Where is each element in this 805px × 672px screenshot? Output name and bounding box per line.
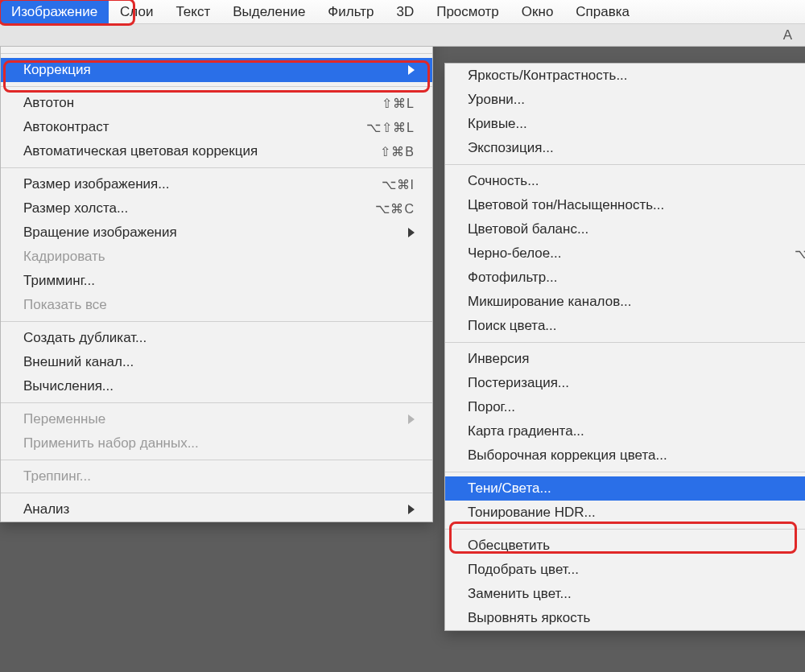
- adjustments-item-11[interactable]: Поиск цвета...: [445, 314, 805, 338]
- menubar-item-6[interactable]: Просмотр: [425, 0, 510, 23]
- adjustments-item-0[interactable]: Яркость/Контрастность...: [445, 64, 805, 88]
- adjustments-item-16[interactable]: Карта градиента...: [445, 419, 805, 443]
- adjustments-item-25[interactable]: Выровнять яркость: [445, 606, 805, 630]
- ruler-marker: A: [783, 27, 792, 43]
- adjustments-item-label: Порог...: [468, 399, 805, 415]
- image-menu-item-19: Переменные: [1, 407, 432, 431]
- image-menu-separator: [1, 167, 432, 168]
- adjustments-item-label: Постеризация...: [468, 375, 805, 391]
- menubar-item-3[interactable]: Выделение: [221, 0, 316, 23]
- adjustments-item-shortcut: ⌥⇧⌘B: [795, 246, 805, 262]
- image-menu-item-label: Треппинг...: [23, 468, 415, 484]
- image-menu-item-5[interactable]: Автоконтраст⌥⇧⌘L: [1, 115, 432, 139]
- image-menu-item-9[interactable]: Размер холста...⌥⌘C: [1, 196, 432, 221]
- adjustments-item-20[interactable]: Тонирование HDR...: [445, 501, 805, 525]
- adjustments-item-label: Карта градиента...: [468, 423, 805, 439]
- menubar-item-4[interactable]: Фильтр: [316, 0, 385, 23]
- adjustments-item-label: Тонирование HDR...: [468, 505, 805, 521]
- adjustments-item-label: Инверсия: [468, 351, 805, 367]
- image-menu-item-label: Переменные: [23, 411, 408, 427]
- image-menu-separator: [1, 460, 432, 460]
- adjustments-item-15[interactable]: Порог...: [445, 395, 805, 419]
- adjustments-item-label: Заменить цвет...: [468, 586, 805, 602]
- adjustments-item-label: Поиск цвета...: [468, 318, 805, 334]
- adjustments-item-14[interactable]: Постеризация...: [445, 371, 805, 395]
- image-menu-item-2[interactable]: Коррекция: [1, 58, 432, 82]
- adjustments-item-8[interactable]: Черно-белое...⌥⇧⌘B: [445, 241, 805, 266]
- image-menu-item-label: Коррекция: [23, 62, 408, 78]
- adjustments-item-label: Фотофильтр...: [468, 270, 805, 286]
- adjustments-item-17[interactable]: Выборочная коррекция цвета...: [445, 443, 805, 468]
- adjustments-item-1[interactable]: Уровни...⌘L: [445, 88, 805, 112]
- adjustments-item-label: Черно-белое...: [468, 245, 795, 262]
- menubar-item-7[interactable]: Окно: [510, 0, 565, 23]
- image-menu-item-shortcut: ⌥⇧⌘L: [366, 120, 415, 135]
- image-menu-item-label: Создать дубликат...: [23, 330, 415, 346]
- image-menu-item-label: Размер холста...: [23, 200, 375, 216]
- image-menu-item-12[interactable]: Тримминг...: [1, 269, 432, 293]
- adjustments-item-9[interactable]: Фотофильтр...: [445, 266, 805, 290]
- menubar-item-2[interactable]: Текст: [164, 0, 221, 23]
- image-menu-item-10[interactable]: Вращение изображения: [1, 221, 432, 245]
- adjustments-item-label: Сочность...: [468, 173, 805, 189]
- adjustments-item-label: Кривые...: [468, 116, 805, 132]
- image-menu-item-20: Применить набор данных...: [1, 431, 432, 456]
- image-menu-separator: [1, 53, 432, 54]
- chevron-right-icon: [408, 65, 415, 75]
- image-menu-item-shortcut: ⌥⌘C: [375, 201, 415, 216]
- menubar-item-5[interactable]: 3D: [385, 0, 425, 23]
- image-menu-separator: [1, 321, 432, 322]
- image-menu-item-11: Кадрировать: [1, 245, 432, 269]
- chevron-right-icon: [408, 414, 415, 424]
- image-menu-item-24[interactable]: Анализ: [1, 497, 432, 522]
- adjustments-item-label: Экспозиция...: [468, 140, 805, 156]
- menubar-item-1[interactable]: Слои: [109, 0, 164, 23]
- image-menu-item-label: Вращение изображения: [23, 225, 408, 241]
- adjustments-item-6[interactable]: Цветовой тон/Насыщенность...⌘U: [445, 193, 805, 217]
- image-menu-item-label: Автоматическая цветовая коррекция: [23, 143, 380, 159]
- adjustments-item-label: Микширование каналов...: [468, 294, 805, 310]
- chevron-right-icon: [408, 228, 415, 237]
- menubar-item-8[interactable]: Справка: [564, 0, 641, 23]
- adjustments-item-label: Цветовой тон/Насыщенность...: [468, 197, 805, 213]
- adjustments-item-22[interactable]: Обесцветить⇧⌘U: [445, 534, 805, 558]
- adjustments-item-10[interactable]: Микширование каналов...: [445, 290, 805, 314]
- adjustments-item-label: Подобрать цвет...: [468, 562, 805, 578]
- image-menu-item-label: Автотон: [23, 95, 382, 111]
- image-menu-item-22: Треппинг...: [1, 464, 432, 489]
- chevron-right-icon: [408, 505, 415, 514]
- adjustments-item-7[interactable]: Цветовой баланс...⌘B: [445, 217, 805, 241]
- image-menu-item-label: Вычисления...: [23, 378, 415, 394]
- image-menu-separator: [1, 86, 432, 87]
- adjustments-item-24[interactable]: Заменить цвет...: [445, 582, 805, 606]
- adjustments-separator: [445, 529, 805, 530]
- adjustments-separator: [445, 472, 805, 472]
- adjustments-item-3[interactable]: Экспозиция...: [445, 136, 805, 160]
- adjustments-item-2[interactable]: Кривые...⌘M: [445, 112, 805, 136]
- image-menu-item-17[interactable]: Вычисления...: [1, 374, 432, 398]
- image-menu-item-shortcut: ⇧⌘B: [380, 144, 415, 159]
- adjustments-item-23[interactable]: Подобрать цвет...: [445, 558, 805, 582]
- adjustments-item-19[interactable]: Тени/Света...: [445, 476, 805, 501]
- image-menu-item-8[interactable]: Размер изображения...⌥⌘I: [1, 172, 432, 196]
- adjustments-item-label: Уровни...: [468, 92, 805, 108]
- image-menu-item-label: Кадрировать: [23, 249, 415, 265]
- image-menu-item-label: Анализ: [23, 501, 408, 517]
- adjustments-item-13[interactable]: Инверсия⌘I: [445, 347, 805, 371]
- image-menu-dropdown: РежимКоррекцияАвтотон⇧⌘LАвтоконтраст⌥⇧⌘L…: [0, 24, 433, 522]
- image-menu-item-4[interactable]: Автотон⇧⌘L: [1, 91, 432, 115]
- image-menu-item-6[interactable]: Автоматическая цветовая коррекция⇧⌘B: [1, 139, 432, 163]
- adjustments-item-label: Тени/Света...: [468, 480, 805, 497]
- image-menu-item-label: Внешний канал...: [23, 354, 415, 370]
- image-menu-item-label: Тримминг...: [23, 273, 415, 289]
- adjustments-item-5[interactable]: Сочность...: [445, 169, 805, 193]
- image-menu-item-15[interactable]: Создать дубликат...: [1, 326, 432, 350]
- adjustments-item-label: Цветовой баланс...: [468, 221, 805, 237]
- adjustments-submenu: Яркость/Контрастность...Уровни...⌘LКривы…: [444, 63, 805, 631]
- image-menu-item-label: Размер изображения...: [23, 176, 382, 192]
- adjustments-separator: [445, 342, 805, 343]
- adjustments-item-label: Обесцветить: [468, 538, 805, 554]
- menubar-item-0[interactable]: Изображение: [0, 0, 109, 23]
- image-menu-item-16[interactable]: Внешний канал...: [1, 350, 432, 374]
- image-menu-item-shortcut: ⌥⌘I: [382, 177, 415, 192]
